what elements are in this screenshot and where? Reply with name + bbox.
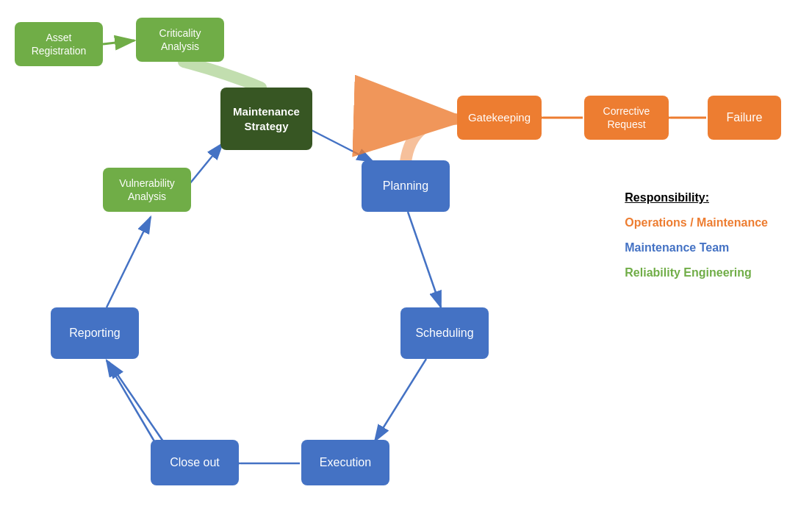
scheduling-node: Scheduling xyxy=(400,307,489,359)
svg-line-13 xyxy=(107,360,154,441)
execution-node: Execution xyxy=(301,440,389,485)
svg-line-10 xyxy=(408,212,441,307)
reporting-node: Reporting xyxy=(51,307,139,359)
vulnerability-analysis-node: Vulnerability Analysis xyxy=(103,168,191,212)
svg-line-5 xyxy=(103,40,134,44)
failure-node: Failure xyxy=(708,96,781,140)
corrective-request-node: Corrective Request xyxy=(584,96,669,140)
legend-reliability-engineering: Reliability Engineering xyxy=(625,266,768,279)
maintenance-strategy-node: Maintenance Strategy xyxy=(220,88,312,150)
svg-line-7 xyxy=(190,143,223,184)
legend-operations: Operations / Maintenance xyxy=(625,216,768,229)
legend-maintenance-team: Maintenance Team xyxy=(625,241,768,254)
svg-line-15 xyxy=(107,217,151,307)
legend-title: Responsibility: xyxy=(625,191,768,204)
close-out-node: Close out xyxy=(151,440,239,485)
svg-line-11 xyxy=(375,359,426,441)
svg-line-6 xyxy=(309,129,373,162)
diagram: Asset Registration Criticality Analysis … xyxy=(0,0,812,506)
planning-node: Planning xyxy=(362,160,450,212)
gatekeeping-node: Gatekeeping xyxy=(457,96,542,140)
criticality-analysis-node: Criticality Analysis xyxy=(136,18,224,62)
svg-line-14 xyxy=(109,362,163,441)
asset-registration-node: Asset Registration xyxy=(15,22,103,66)
legend: Responsibility: Operations / Maintenance… xyxy=(625,191,768,291)
